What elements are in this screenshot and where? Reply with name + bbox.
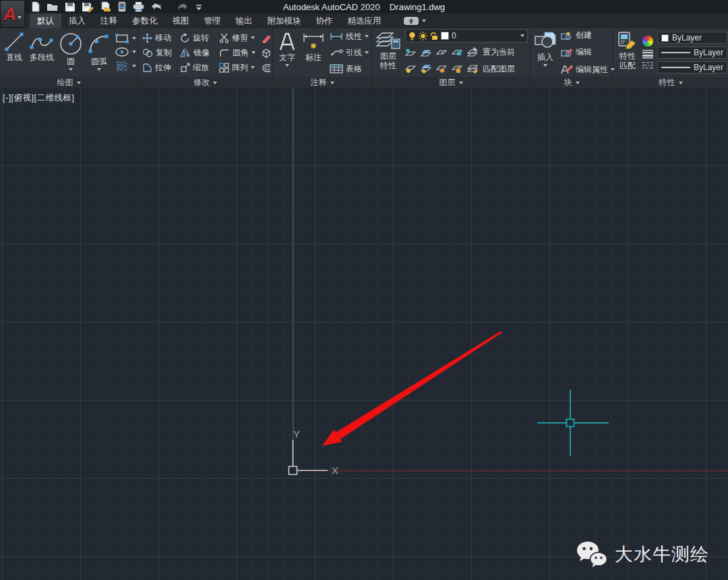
- chevron-down-icon: [459, 82, 463, 84]
- customize-icon[interactable]: [194, 1, 204, 13]
- layer-freeze-icon[interactable]: [436, 48, 447, 57]
- panel-properties: 特性匹配 ByLayer ByLayer: [613, 28, 728, 88]
- layer-lock-icon[interactable]: [452, 48, 462, 57]
- tab-default[interactable]: 默认: [30, 13, 61, 28]
- scale-button[interactable]: 缩放: [180, 60, 219, 75]
- rectangle-button[interactable]: [115, 32, 136, 45]
- lineweight-dropdown[interactable]: ByLayer: [657, 47, 727, 59]
- undo-icon[interactable]: [150, 1, 167, 13]
- tab-addins[interactable]: 附加模块: [260, 13, 309, 28]
- linetype-dropdown[interactable]: ByLayer: [657, 61, 727, 74]
- save-web-mobile-icon[interactable]: [117, 1, 127, 13]
- open-icon[interactable]: [46, 1, 59, 13]
- layer-isolate-icon[interactable]: [405, 48, 416, 57]
- tab-collaborate[interactable]: 协作: [309, 13, 340, 28]
- color-wheel-icon[interactable]: [642, 36, 653, 47]
- line-icon: [3, 31, 26, 53]
- copy-button[interactable]: 复制: [142, 45, 180, 60]
- ribbon: 直线 多段线 圆 圆弧: [0, 28, 728, 88]
- tab-insert[interactable]: 插入: [61, 13, 93, 28]
- open-web-mobile-icon[interactable]: [99, 1, 112, 13]
- edit-block-button[interactable]: 编辑: [561, 45, 615, 59]
- panel-title-block[interactable]: 块: [530, 77, 613, 88]
- linetype-icon[interactable]: [642, 61, 654, 69]
- save-as-icon[interactable]: [81, 1, 94, 13]
- application-menu-button[interactable]: A: [0, 0, 25, 28]
- viewport-controls[interactable]: [-][俯视][二维线框]: [3, 92, 75, 104]
- panel-title-properties[interactable]: 特性: [613, 77, 728, 88]
- tab-annotate[interactable]: 注释: [93, 13, 125, 28]
- tab-output[interactable]: 输出: [229, 13, 260, 28]
- layer-dropdown[interactable]: 0: [405, 29, 528, 42]
- panel-title-layers[interactable]: 图层: [372, 77, 530, 88]
- tab-manage[interactable]: 管理: [197, 13, 229, 28]
- lineweight-icon[interactable]: [642, 49, 654, 59]
- rotate-button[interactable]: 旋转: [180, 30, 219, 45]
- match-layer-icon[interactable]: [467, 64, 478, 74]
- plot-icon[interactable]: [132, 1, 145, 13]
- hatch-button[interactable]: [115, 59, 136, 73]
- move-button[interactable]: 移动: [142, 30, 180, 45]
- explode-button[interactable]: [261, 45, 273, 60]
- tab-featured-apps[interactable]: 精选应用: [340, 13, 389, 28]
- current-layer-name: 0: [452, 31, 456, 40]
- array-button[interactable]: 阵列: [219, 60, 261, 75]
- arc-button[interactable]: 圆弧: [86, 28, 112, 77]
- polyline-icon: [28, 31, 55, 53]
- text-button[interactable]: 文字: [277, 28, 297, 77]
- explode-icon: [261, 48, 272, 58]
- polyline-button[interactable]: 多段线: [28, 28, 55, 77]
- tab-parametric[interactable]: 参数化: [125, 13, 165, 28]
- create-block-button[interactable]: 创建: [561, 28, 615, 42]
- panel-title-annotate[interactable]: 注释: [273, 77, 371, 88]
- layer-properties-button[interactable]: 图层特性: [375, 28, 401, 77]
- table-button[interactable]: 表格: [330, 61, 369, 76]
- chevron-down-icon: [251, 66, 255, 69]
- layer-off-icon[interactable]: [405, 64, 416, 74]
- chevron-down-icon: [330, 82, 334, 84]
- mirror-button[interactable]: 镜像: [180, 45, 219, 60]
- make-current-icon[interactable]: [467, 47, 478, 57]
- new-icon[interactable]: [30, 1, 41, 13]
- layer-unisolate-icon[interactable]: [421, 48, 431, 57]
- tab-view[interactable]: 视图: [165, 13, 197, 28]
- circle-button[interactable]: 圆: [58, 28, 84, 77]
- stretch-button[interactable]: 拉伸: [142, 60, 180, 75]
- erase-button[interactable]: [261, 30, 273, 45]
- chevron-down-icon: [576, 82, 580, 84]
- edit-attributes-button[interactable]: 编辑属性: [561, 63, 615, 77]
- drawing-canvas[interactable]: [-][俯视][二维线框] Y X: [0, 88, 728, 580]
- cloud-publish-button[interactable]: [404, 13, 426, 28]
- offset-button[interactable]: [261, 60, 273, 75]
- panel-title-modify[interactable]: 修改: [138, 77, 272, 88]
- layer-on-bulb-icon: [408, 32, 416, 40]
- redo-icon[interactable]: [172, 1, 189, 13]
- cloud-icon: [404, 17, 419, 25]
- layer-on-icon[interactable]: [421, 64, 431, 74]
- trim-button[interactable]: 修剪: [219, 30, 261, 45]
- table-icon: [330, 64, 343, 74]
- linear-dimension-button[interactable]: 线性: [330, 29, 369, 44]
- leader-button[interactable]: 引线: [330, 45, 369, 60]
- offset-icon: [261, 63, 272, 73]
- match-properties-button[interactable]: 特性匹配: [617, 28, 638, 77]
- save-icon[interactable]: [64, 1, 76, 13]
- arc-icon: [86, 31, 112, 57]
- dimension-button[interactable]: 标注: [301, 28, 326, 77]
- app-title: Autodesk AutoCAD 2020: [283, 2, 380, 12]
- layer-thaw-icon[interactable]: [436, 64, 447, 74]
- line-button[interactable]: 直线: [3, 28, 26, 77]
- fillet-button[interactable]: 圆角: [219, 45, 261, 60]
- ellipse-button[interactable]: [115, 45, 136, 59]
- chevron-down-icon: [679, 82, 683, 84]
- object-color-dropdown[interactable]: ByLayer: [657, 32, 727, 44]
- annotation-arrow: [322, 331, 502, 446]
- layer-unlock2-icon[interactable]: [452, 64, 462, 74]
- set-current-button[interactable]: 置为当前: [483, 45, 515, 59]
- panel-title-draw[interactable]: 绘图: [0, 77, 138, 88]
- chevron-down-icon: [365, 35, 369, 38]
- match-layer-button[interactable]: 匹配图层: [483, 61, 515, 76]
- wechat-icon: [576, 541, 608, 568]
- scale-icon: [180, 63, 190, 73]
- insert-block-button[interactable]: 插入: [534, 28, 557, 77]
